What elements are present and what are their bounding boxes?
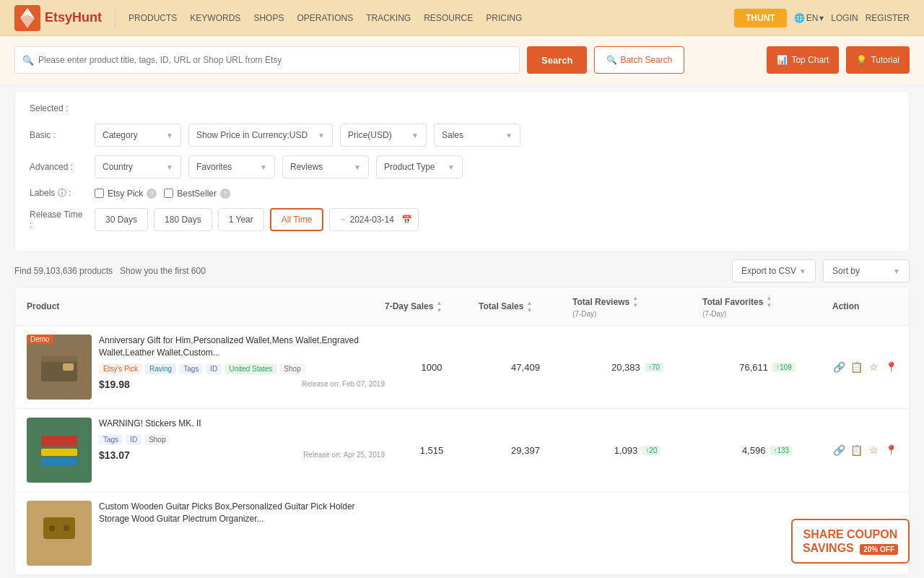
svg-rect-5 [63, 363, 74, 371]
product-cell-3: Custom Wooden Guitar Picks Box,Personali… [27, 501, 385, 566]
language-button[interactable]: 🌐 EN ▾ [794, 13, 824, 23]
total-sales-1: 47,409 [479, 362, 572, 373]
product-image-3[interactable] [27, 501, 92, 566]
tag-united-states[interactable]: United States [225, 363, 276, 374]
svg-rect-9 [43, 517, 75, 539]
date-range-input[interactable]: ~ 2024-03-14 📅 [329, 208, 418, 231]
sales-7day-2: 1,515 [385, 445, 479, 456]
product-type-select[interactable]: Product Type ▼ [376, 155, 463, 178]
top-chart-button[interactable]: 📊 Top Chart [767, 46, 839, 74]
logo-text: EtsyHunt [45, 10, 102, 25]
svg-rect-7 [41, 449, 77, 456]
time-30-days[interactable]: 30 Days [95, 208, 148, 231]
nav-item-operations[interactable]: OPERATIONS [297, 13, 353, 23]
col-total-sales[interactable]: Total Sales ▲▼ [479, 300, 572, 314]
chevron-down-icon: ▼ [411, 131, 419, 139]
etsy-pick-checkbox[interactable]: Etsy Pick ? [95, 189, 157, 199]
nav-divider [115, 8, 116, 28]
chevron-down-icon: ▼ [166, 163, 173, 171]
star-icon[interactable]: ☆ [867, 442, 880, 458]
batch-search-icon: 🔍 [606, 55, 617, 65]
tag-raving[interactable]: Raving [145, 363, 176, 374]
reviews-badge-1: ↑70 [645, 363, 663, 372]
nav-item-tracking[interactable]: TRACKING [366, 13, 411, 23]
favorites-select[interactable]: Favorites ▼ [188, 155, 275, 178]
sort-arrows-favorites: ▲▼ [766, 295, 772, 309]
sort-by-button[interactable]: Sort by ▼ [823, 259, 910, 282]
labels-label: Labels ⓘ : [30, 187, 87, 199]
total-reviews-2: 1,093 ↑20 [572, 445, 702, 456]
export-csv-button[interactable]: Export to CSV ▼ [732, 259, 816, 282]
tag-shop[interactable]: Shop [279, 363, 305, 374]
product-info-3: Custom Wooden Guitar Picks Box,Personali… [99, 501, 385, 534]
bestseller-help-icon[interactable]: ? [220, 189, 230, 199]
search-input-wrap: 🔍 [14, 46, 520, 74]
product-release-2: Release on: Apr 25, 2019 [303, 451, 385, 459]
tag-shop-2[interactable]: Shop [144, 434, 170, 445]
total-favorites-1: 76,611 ↑109 [702, 362, 832, 373]
bestseller-input[interactable] [164, 189, 173, 198]
search-button[interactable]: Search [527, 46, 587, 74]
col-total-favorites[interactable]: Total Favorites ▲▼ (7-Day) [702, 295, 832, 318]
link-icon[interactable]: 🔗 [832, 442, 845, 458]
save-icon[interactable]: 📋 [850, 359, 863, 375]
login-link[interactable]: LOGIN [831, 13, 858, 23]
location-icon[interactable]: 📍 [884, 442, 897, 458]
sales-7day-1: 1000 [385, 362, 479, 373]
tag-id-2[interactable]: ID [126, 434, 141, 445]
reviews-select[interactable]: Reviews ▼ [282, 155, 369, 178]
chevron-down-icon: ▼ [893, 267, 900, 275]
header: EtsyHunt PRODUCTS KEYWORDS SHOPS OPERATI… [0, 0, 924, 36]
register-link[interactable]: REGISTER [866, 13, 910, 23]
nav-item-products[interactable]: PRODUCTS [128, 13, 177, 23]
sales-select[interactable]: Sales ▼ [434, 124, 520, 147]
nav-item-resource[interactable]: RESOURCE [424, 13, 473, 23]
thunt-button[interactable]: THUNT [734, 9, 787, 27]
logo[interactable]: EtsyHunt [14, 5, 102, 31]
link-icon[interactable]: 🔗 [832, 359, 845, 375]
time-180-days[interactable]: 180 Days [154, 208, 212, 231]
etsy-pick-input[interactable] [95, 189, 104, 198]
table-row: Custom Wooden Guitar Picks Box,Personali… [15, 492, 909, 575]
tag-tags[interactable]: Tags [179, 363, 203, 374]
price-select[interactable]: Price(USD) ▼ [340, 124, 427, 147]
col-total-reviews[interactable]: Total Reviews ▲▼ (7-Day) [572, 295, 702, 318]
chevron-down-icon: ▼ [318, 131, 325, 139]
chevron-down-icon: ▼ [354, 163, 361, 171]
product-release-1: Release on: Feb 07, 2019 [302, 380, 385, 388]
tag-id[interactable]: ID [206, 363, 222, 374]
tutorial-icon: 💡 [856, 55, 867, 65]
product-title-3: Custom Wooden Guitar Picks Box,Personali… [99, 501, 385, 525]
category-select[interactable]: Category ▼ [95, 124, 181, 147]
action-icons-1: 🔗 📋 ☆ 📍 [832, 359, 897, 375]
save-icon[interactable]: 📋 [850, 442, 863, 458]
nav-item-shops[interactable]: SHOPS [253, 13, 284, 23]
nav-item-keywords[interactable]: KEYWORDS [190, 13, 240, 23]
location-icon[interactable]: 📍 [884, 359, 897, 375]
tutorial-button[interactable]: 💡 Tutorial [846, 46, 910, 74]
tag-tags-2[interactable]: Tags [99, 434, 123, 445]
nav-item-pricing[interactable]: PRICING [486, 13, 522, 23]
currency-select[interactable]: Show Price in Currency:USD ▼ [188, 124, 333, 147]
product-image-2[interactable] [27, 418, 92, 483]
batch-search-button[interactable]: 🔍 Batch Search [594, 46, 684, 74]
coupon-banner[interactable]: SHARE COUPON SAVINGS 20% OFF [791, 519, 910, 564]
tag-etsy-pick[interactable]: Etsy's Pick [99, 363, 142, 374]
nav-menu: PRODUCTS KEYWORDS SHOPS OPERATIONS TRACK… [128, 13, 727, 23]
time-all-time[interactable]: All Time [270, 208, 324, 231]
bestseller-checkbox[interactable]: BestSeller ? [164, 189, 230, 199]
star-icon[interactable]: ☆ [867, 359, 880, 375]
results-header: Find 59,103,636 products Show you the fi… [14, 259, 910, 282]
country-select[interactable]: Country ▼ [95, 155, 181, 178]
time-1-year[interactable]: 1 Year [218, 208, 264, 231]
etsy-pick-help-icon[interactable]: ? [147, 189, 157, 199]
total-favorites-2: 4,596 ↑133 [702, 445, 832, 456]
product-tags-2: Tags ID Shop [99, 434, 385, 445]
svg-rect-4 [41, 356, 77, 362]
sort-arrows-total-sales: ▲▼ [526, 300, 532, 314]
search-input[interactable] [38, 55, 512, 65]
product-image-1[interactable] [27, 335, 92, 400]
col-7day-sales[interactable]: 7-Day Sales ▲▼ [385, 300, 479, 314]
calendar-icon[interactable]: 📅 [401, 215, 412, 225]
chevron-down-icon: ▼ [799, 267, 806, 275]
